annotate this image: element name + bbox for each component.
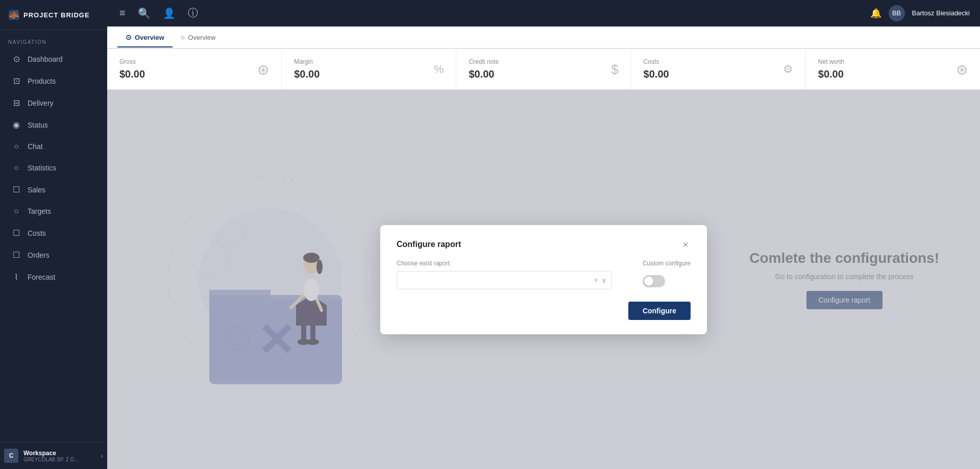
- choose-raport-select[interactable]: × ∨: [397, 271, 612, 289]
- delivery-icon: ⊟: [11, 98, 21, 108]
- sidebar-item-costs[interactable]: ☐ Costs: [3, 223, 104, 243]
- workspace-chevron-icon: ›: [101, 452, 103, 460]
- username-label: Bartosz Biesiadecki: [912, 9, 970, 17]
- tab-icon-overview2: ○: [181, 33, 185, 41]
- content-area: ✕ ?: [107, 90, 980, 469]
- sidebar-item-forecast[interactable]: ⌇ Forecast: [3, 266, 104, 287]
- choose-raport-label: Choose exist raport: [397, 260, 612, 267]
- info-icon[interactable]: ⓘ: [186, 4, 200, 22]
- choose-raport-field: Choose exist raport × ∨: [397, 260, 612, 289]
- modal-close-button[interactable]: ×: [680, 239, 691, 250]
- main-content: ≡ 🔍 👤 ⓘ 🔔 BB Bartosz Biesiadecki ⊙ Overv…: [107, 0, 980, 469]
- toggle-wrap: [643, 275, 665, 287]
- modal-overlay: Configure raport × Choose exist raport ×…: [107, 90, 980, 469]
- sidebar-item-dashboard[interactable]: ⊙ Dashboard: [3, 48, 104, 69]
- sidebar-item-targets[interactable]: ○ Targets: [3, 201, 104, 221]
- logo-icon: 🌉: [8, 9, 19, 20]
- sidebar-item-label: Delivery: [28, 99, 54, 107]
- sidebar-item-delivery[interactable]: ⊟ Delivery: [3, 92, 104, 113]
- app-title: PROJECT BRIDGE: [23, 11, 90, 19]
- sidebar-item-label: Status: [28, 121, 48, 129]
- costs-icon: ☐: [11, 228, 21, 238]
- targets-icon: ○: [11, 207, 21, 216]
- custom-configure-label: Custom configure: [643, 260, 691, 267]
- orders-icon: ☐: [11, 250, 21, 260]
- status-icon: ◉: [11, 120, 21, 130]
- modal-header: Configure raport ×: [397, 239, 691, 250]
- sidebar: 🌉 PROJECT BRIDGE NAVIGATION ⊙ Dashboard …: [0, 0, 107, 469]
- chat-icon: ○: [11, 142, 21, 151]
- search-icon[interactable]: 🔍: [136, 5, 153, 21]
- sidebar-item-label: Orders: [28, 251, 50, 259]
- modal-footer: Configure: [397, 302, 691, 320]
- stat-costs: Costs $0.00 ⚙: [631, 49, 806, 89]
- sidebar-item-label: Chat: [28, 142, 43, 151]
- topbar-right: 🔔 BB Bartosz Biesiadecki: [870, 5, 970, 21]
- stat-gross-label: Gross: [119, 58, 269, 65]
- workspace-sub: GREYCOLAB SP. Z O...: [23, 457, 95, 462]
- sidebar-item-label: Dashboard: [28, 55, 63, 63]
- sidebar-item-products[interactable]: ⊡ Products: [3, 70, 104, 91]
- stat-networth-value: $0.00: [818, 68, 968, 80]
- stat-costs-label: Costs: [644, 58, 793, 65]
- credit-dollar-icon: $: [611, 61, 618, 77]
- toggle-thumb: [644, 277, 653, 286]
- stat-credit-value: $0.00: [469, 68, 618, 80]
- topbar: ≡ 🔍 👤 ⓘ 🔔 BB Bartosz Biesiadecki: [107, 0, 980, 27]
- stat-margin-value: $0.00: [294, 68, 444, 80]
- avatar: BB: [889, 5, 905, 21]
- stat-margin-label: Margin: [294, 58, 444, 65]
- sidebar-item-chat[interactable]: ○ Chat: [3, 136, 104, 157]
- products-icon: ⊡: [11, 76, 21, 86]
- custom-configure-toggle[interactable]: [643, 275, 665, 287]
- sidebar-item-label: Forecast: [28, 273, 55, 281]
- stat-gross-value: $0.00: [119, 68, 269, 80]
- sidebar-item-status[interactable]: ◉ Status: [3, 114, 104, 135]
- sidebar-logo[interactable]: 🌉 PROJECT BRIDGE: [0, 0, 107, 30]
- stat-networth-label: Net worth: [818, 58, 968, 65]
- workspace-avatar: C: [4, 449, 18, 463]
- configure-raport-modal: Configure raport × Choose exist raport ×…: [380, 225, 707, 334]
- sales-icon: ☐: [11, 185, 21, 194]
- stat-costs-value: $0.00: [644, 68, 793, 80]
- stat-margin: Margin $0.00 %: [282, 49, 456, 89]
- sidebar-item-orders[interactable]: ☐ Orders: [3, 244, 104, 265]
- sidebar-item-label: Costs: [28, 229, 46, 237]
- tab-overview2[interactable]: ○ Overview: [173, 28, 224, 47]
- tab-label-overview2: Overview: [188, 34, 215, 41]
- percent-icon: %: [434, 63, 444, 76]
- select-clear-icon[interactable]: ×: [594, 276, 598, 284]
- workspace-name: Workspace: [23, 450, 95, 457]
- select-arrow-icon[interactable]: ∨: [601, 276, 606, 284]
- custom-configure-field: Custom configure: [643, 260, 691, 287]
- sidebar-item-label: Targets: [28, 207, 51, 215]
- nav-label: NAVIGATION: [0, 30, 107, 48]
- workspace-info: Workspace GREYCOLAB SP. Z O...: [23, 450, 95, 462]
- dollar-circle-icon: ⊛: [257, 61, 269, 78]
- sidebar-item-statistics[interactable]: ○ Statistics: [3, 158, 104, 178]
- modal-body: Choose exist raport × ∨ Custom configure: [397, 260, 691, 289]
- modal-title: Configure raport: [397, 240, 461, 249]
- tabs-bar: ⊙ Overview ○ Overview: [107, 27, 980, 49]
- coins-icon: ⚙: [783, 63, 793, 76]
- net-dollar-icon: ⊛: [956, 61, 968, 78]
- person-icon[interactable]: 👤: [161, 5, 178, 21]
- sidebar-item-sales[interactable]: ☐ Sales: [3, 179, 104, 200]
- sidebar-item-label: Products: [28, 77, 56, 85]
- sidebar-item-label: Sales: [28, 186, 45, 194]
- statistics-icon: ○: [11, 163, 21, 172]
- stat-net-worth: Net worth $0.00 ⊛: [806, 49, 980, 89]
- forecast-icon: ⌇: [11, 272, 21, 282]
- hamburger-icon[interactable]: ≡: [117, 5, 128, 21]
- sidebar-item-label: Statistics: [28, 164, 56, 172]
- stat-credit-note: Credit note $0.00 $: [456, 49, 631, 89]
- stat-credit-label: Credit note: [469, 58, 618, 65]
- stats-row: Gross $0.00 ⊛ Margin $0.00 % Credit note…: [107, 49, 980, 90]
- dashboard-icon: ⊙: [11, 54, 21, 64]
- tab-overview1[interactable]: ⊙ Overview: [117, 28, 173, 47]
- tab-label-overview1: Overview: [135, 34, 164, 41]
- configure-button[interactable]: Configure: [628, 302, 691, 320]
- workspace-footer[interactable]: C Workspace GREYCOLAB SP. Z O... ›: [0, 442, 107, 469]
- bell-icon[interactable]: 🔔: [870, 8, 881, 19]
- tab-icon-overview1: ⊙: [126, 33, 132, 41]
